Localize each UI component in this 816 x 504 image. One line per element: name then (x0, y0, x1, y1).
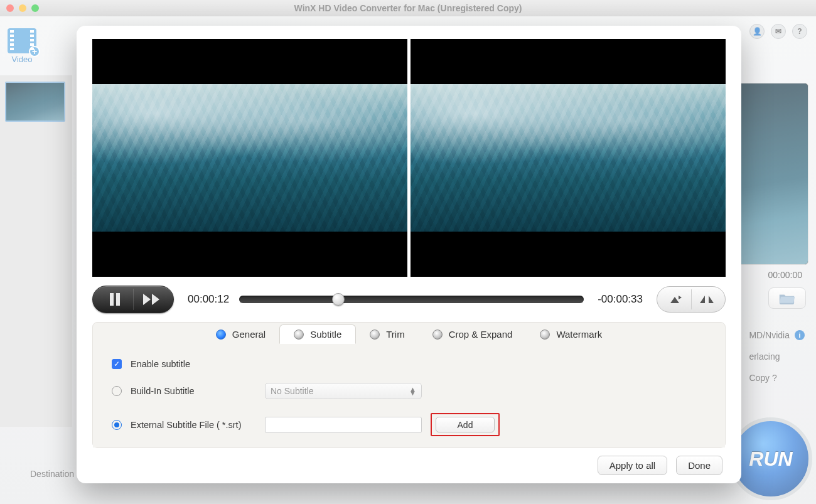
preview-original (92, 39, 407, 277)
external-subtitle-label: External Subtitle File ( *.srt) (131, 420, 256, 430)
external-subtitle-path-input[interactable] (265, 417, 422, 433)
mirror-button[interactable] (691, 289, 721, 309)
rotate-button[interactable] (661, 289, 691, 309)
add-subtitle-button[interactable]: Add (436, 417, 495, 432)
preview-compare (92, 39, 726, 277)
external-subtitle-radio[interactable] (112, 420, 122, 430)
svg-rect-1 (116, 293, 120, 306)
highlight-annotation: Add (431, 413, 500, 436)
subtitle-panel: ✓ Enable subtitle Build-In Subtitle No S… (93, 344, 725, 448)
rotate-icon (669, 293, 683, 306)
pause-icon (109, 293, 121, 306)
enable-subtitle-row[interactable]: ✓ Enable subtitle (112, 359, 706, 369)
preview-output (411, 39, 726, 277)
radio-dot-icon (216, 330, 226, 340)
apply-to-all-button[interactable]: Apply to all (598, 456, 667, 475)
tab-general[interactable]: General (202, 324, 279, 344)
tab-watermark[interactable]: Watermark (526, 324, 616, 344)
builtin-subtitle-label: Build-In Subtitle (131, 386, 256, 396)
play-pause-group (92, 286, 174, 313)
checkbox-checked-icon[interactable]: ✓ (112, 359, 122, 369)
remaining-time: -00:00:33 (598, 293, 643, 306)
seek-knob[interactable] (332, 293, 345, 306)
radio-dot-icon (432, 330, 443, 340)
radio-dot-icon (540, 330, 550, 340)
rotate-flip-group (657, 286, 726, 313)
fast-forward-icon (143, 294, 161, 305)
pause-button[interactable] (97, 289, 133, 310)
editor-tabs-area: General Subtitle Trim Crop & Expand Wate… (92, 322, 726, 448)
radio-dot-icon (294, 330, 304, 340)
seek-bar[interactable] (239, 296, 584, 303)
mirror-icon (700, 293, 714, 306)
enable-subtitle-label: Enable subtitle (131, 359, 190, 369)
playback-controls: 00:00:12 -00:00:33 (92, 286, 726, 313)
builtin-subtitle-select[interactable]: No Subtitle ▲▼ (265, 383, 422, 399)
radio-dot-icon (370, 330, 380, 340)
builtin-subtitle-radio[interactable] (112, 386, 122, 396)
tab-subtitle[interactable]: Subtitle (279, 324, 356, 344)
editor-tabs: General Subtitle Trim Crop & Expand Wate… (202, 324, 616, 344)
modal-footer: Apply to all Done (77, 454, 741, 475)
svg-rect-0 (110, 293, 114, 306)
video-editor-modal: 00:00:12 -00:00:33 General Subtitle Trim… (77, 26, 741, 483)
builtin-subtitle-row: Build-In Subtitle No Subtitle ▲▼ (112, 383, 706, 399)
updown-arrows-icon: ▲▼ (409, 387, 416, 395)
tab-trim[interactable]: Trim (356, 324, 418, 344)
current-time: 00:00:12 (188, 293, 229, 306)
tab-crop-expand[interactable]: Crop & Expand (419, 324, 527, 344)
fast-forward-button[interactable] (133, 289, 169, 310)
external-subtitle-row: External Subtitle File ( *.srt) Add (112, 413, 706, 436)
done-button[interactable]: Done (676, 456, 722, 475)
seek-track (239, 296, 584, 303)
